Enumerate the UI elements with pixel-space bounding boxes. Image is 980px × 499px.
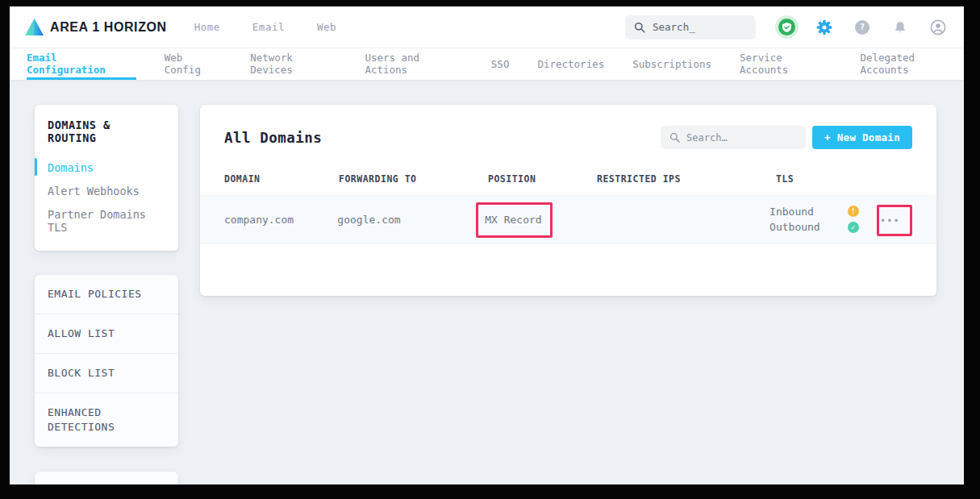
tab-delegated-accounts[interactable]: Delegated Accounts	[860, 48, 964, 80]
tab-sso[interactable]: SSO	[491, 48, 510, 80]
new-domain-button[interactable]: + New Domain	[812, 126, 912, 149]
sidebar-item-domains[interactable]: Domains	[48, 156, 165, 180]
logo[interactable]: AREA 1 HORIZON	[24, 18, 167, 36]
nav-home[interactable]: Home	[194, 21, 220, 33]
tab-subscriptions[interactable]: Subscriptions	[632, 48, 711, 80]
sidebar: DOMAINS & ROUTING Domains Alert Webhooks…	[35, 105, 178, 484]
tls-inbound-warning-icon: !	[848, 206, 859, 217]
sidebar-item-retract-settings[interactable]: RETRACT SETTINGS	[35, 472, 178, 484]
policy-links-card: EMAIL POLICIES ALLOW LIST BLOCK LIST ENH…	[35, 275, 178, 447]
tab-network-devices[interactable]: Network Devices	[250, 48, 336, 80]
sidebar-item-allow-list[interactable]: ALLOW LIST	[35, 314, 178, 354]
all-domains-card: All Domains + New Domain DOMAIN FORWARDI…	[200, 105, 936, 296]
section-tabs: Email Configuration Web Config Network D…	[10, 48, 964, 81]
tab-users-and-actions[interactable]: Users and Actions	[365, 48, 462, 80]
nav-web[interactable]: Web	[317, 21, 336, 33]
search-icon	[669, 132, 680, 143]
sidebar-item-enhanced-detections[interactable]: ENHANCED DETECTIONS	[35, 393, 178, 447]
sidebar-item-alert-webhooks[interactable]: Alert Webhooks	[48, 180, 165, 203]
nav-email[interactable]: Email	[252, 21, 285, 33]
gear-icon[interactable]	[815, 18, 834, 37]
cell-tls: Inbound Outbound ! ✓	[769, 204, 868, 235]
tab-email-configuration[interactable]: Email Configuration	[27, 48, 136, 80]
top-nav: Home Email Web	[194, 21, 336, 33]
help-icon[interactable]: ?	[853, 18, 872, 37]
table-row[interactable]: company.com google.com MX Record Inbound…	[200, 195, 936, 243]
logo-text: AREA 1 HORIZON	[50, 20, 167, 35]
card-header: All Domains + New Domain	[200, 105, 936, 168]
logo-triangle-icon	[24, 18, 44, 36]
domains-routing-card: DOMAINS & ROUTING Domains Alert Webhooks…	[35, 105, 178, 251]
sidebar-item-partner-domains-tls[interactable]: Partner Domains TLS	[48, 203, 165, 239]
domains-search[interactable]	[661, 126, 806, 149]
sidebar-item-block-list[interactable]: BLOCK LIST	[35, 354, 178, 393]
tab-directories[interactable]: Directories	[537, 48, 604, 80]
global-search[interactable]	[625, 15, 756, 40]
top-icons: ?	[777, 18, 948, 37]
app-window: AREA 1 HORIZON Home Email Web	[10, 6, 964, 484]
bell-icon[interactable]	[890, 18, 910, 37]
search-icon	[634, 22, 645, 33]
tls-inbound-label: Inbound	[769, 204, 820, 220]
col-header-tls: TLS	[776, 173, 875, 185]
sidebar-item-email-policies[interactable]: EMAIL POLICIES	[35, 275, 178, 314]
row-actions-ellipsis-icon[interactable]: •••	[880, 215, 900, 227]
col-header-restricted-ips: RESTRICTED IPS	[597, 173, 776, 185]
cell-forwarding-to: google.com	[337, 214, 485, 226]
tls-outbound-check-icon: ✓	[848, 222, 859, 233]
page-title: All Domains	[224, 130, 322, 146]
col-header-position: POSITION	[488, 173, 597, 185]
domains-search-input[interactable]	[686, 132, 797, 143]
table-header-row: DOMAIN FORWARDING TO POSITION RESTRICTED…	[200, 168, 936, 195]
tab-web-config[interactable]: Web Config	[165, 48, 222, 80]
top-bar: AREA 1 HORIZON Home Email Web	[10, 6, 964, 48]
cell-domain: company.com	[224, 214, 337, 226]
profile-icon[interactable]	[928, 18, 948, 37]
cell-position: MX Record	[485, 214, 592, 226]
global-search-input[interactable]	[653, 21, 747, 33]
tls-outbound-label: Outbound	[769, 219, 820, 235]
shield-check-icon[interactable]	[777, 18, 796, 37]
col-header-forwarding-to: FORWARDING TO	[339, 173, 488, 185]
col-header-domain: DOMAIN	[224, 173, 339, 185]
tab-service-accounts[interactable]: Service Accounts	[740, 48, 832, 80]
active-indicator-bar	[35, 158, 37, 176]
domains-routing-title: DOMAINS & ROUTING	[48, 119, 165, 144]
